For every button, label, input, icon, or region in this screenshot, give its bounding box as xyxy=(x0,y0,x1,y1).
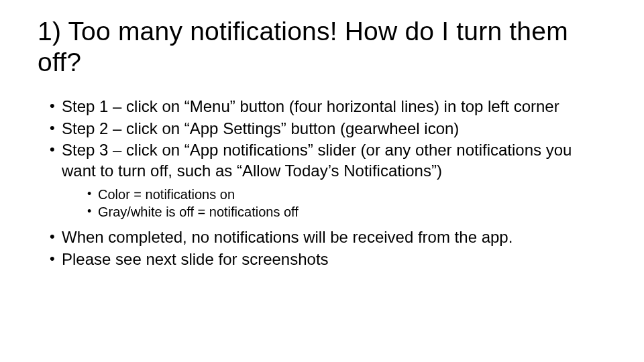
bullet-step-2: Step 2 – click on “App Settings” button … xyxy=(50,119,606,139)
sub-bullet-gray-off: Gray/white is off = notifications off xyxy=(87,203,606,221)
slide-title: 1) Too many notifications! How do I turn… xyxy=(38,16,606,78)
bullet-next-slide: Please see next slide for screenshots xyxy=(50,249,606,270)
bullet-list: Step 1 – click on “Menu” button (four ho… xyxy=(38,97,606,269)
bullet-completed: When completed, no notifications will be… xyxy=(50,227,606,248)
bullet-step-3-text: Step 3 – click on “App notifications” sl… xyxy=(62,141,572,180)
slide: 1) Too many notifications! How do I turn… xyxy=(0,0,644,362)
bullet-step-3: Step 3 – click on “App notifications” sl… xyxy=(50,140,606,220)
bullet-step-1: Step 1 – click on “Menu” button (four ho… xyxy=(50,97,606,117)
sub-bullet-color-on: Color = notifications on xyxy=(87,186,606,203)
sub-bullet-list: Color = notifications on Gray/white is o… xyxy=(62,186,606,221)
